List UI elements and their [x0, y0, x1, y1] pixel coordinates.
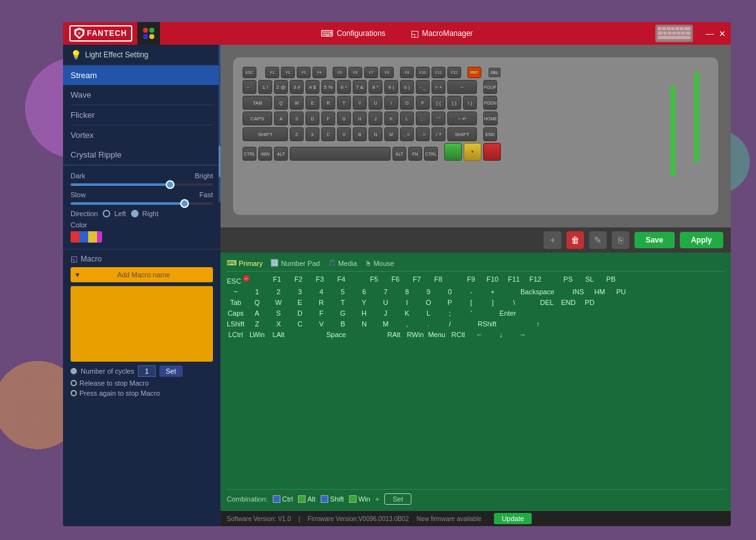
mkey-period[interactable]: . [420, 320, 437, 328]
dir-right-group[interactable]: Right [131, 210, 159, 217]
mkey-w[interactable]: W [270, 299, 287, 306]
key-tilde[interactable]: ~ ` [243, 80, 256, 94]
mkey-tilde[interactable]: ~ [227, 288, 244, 296]
key-n[interactable]: N [369, 127, 382, 141]
key-slash[interactable]: / ? [432, 127, 445, 141]
key-k[interactable]: K [384, 112, 398, 125]
key-semicolon[interactable]: ; : [416, 112, 430, 125]
key-f8[interactable]: F8 [380, 67, 394, 78]
nav-configurations[interactable]: ⌨ Configurations [321, 28, 385, 38]
mkey-q[interactable]: Q [248, 299, 266, 306]
combo-ctrl[interactable]: Ctrl [273, 495, 293, 503]
minimize-btn[interactable]: — [706, 29, 714, 38]
key-1[interactable]: 1 ! [258, 80, 272, 94]
action-delete-btn[interactable]: 🗑 [566, 231, 584, 249]
key-f7[interactable]: F7 [364, 67, 378, 78]
mkey-k[interactable]: K [398, 309, 416, 317]
action-add-btn[interactable]: ＋ [544, 231, 561, 249]
key-w[interactable]: W [290, 96, 304, 110]
mkey-ins[interactable]: INS [570, 288, 587, 296]
key-tab[interactable]: TAB [243, 96, 272, 110]
mkey-j[interactable]: J [377, 309, 394, 317]
mkey-backspace[interactable]: Backspace [520, 288, 554, 296]
mkey-2[interactable]: 2 [270, 288, 287, 296]
mkey-minus[interactable]: - [462, 288, 480, 296]
close-btn[interactable]: ✕ [719, 29, 726, 38]
combo-set-button[interactable]: Set [384, 493, 411, 505]
key-f3[interactable]: F3 [297, 67, 311, 78]
mkey-quote[interactable]: ' [462, 309, 480, 317]
key-pgdn[interactable]: PGDN [483, 96, 497, 110]
mkey-m[interactable]: M [377, 320, 394, 328]
mkey-f10[interactable]: F10 [484, 275, 501, 285]
cycle-input[interactable] [138, 365, 156, 377]
mkey-t[interactable]: T [334, 299, 352, 306]
release-option[interactable]: Release to stop Macro [71, 379, 213, 387]
key-z[interactable]: Z [290, 127, 304, 141]
mkey-hm[interactable]: HM [591, 288, 609, 296]
mkey-f1[interactable]: F1 [268, 275, 286, 285]
save-button[interactable]: Save [634, 232, 675, 248]
key-lalt[interactable]: ALT [274, 147, 288, 161]
key-prtsc[interactable]: PRT [467, 67, 481, 78]
mkey-l[interactable]: L [420, 309, 437, 317]
mkey-lbracket[interactable]: [ [462, 299, 480, 306]
key-minus[interactable]: - _ [416, 80, 430, 94]
key-rbracket[interactable]: ] } [447, 96, 461, 110]
shift-checkbox[interactable] [321, 495, 328, 503]
brightness-slider[interactable] [71, 183, 213, 186]
key-f4[interactable]: F4 [312, 67, 326, 78]
mkey-x[interactable]: X [270, 320, 287, 328]
mkey-down[interactable]: ↓ [492, 331, 510, 338]
key-del-top[interactable]: DEL [488, 67, 501, 78]
mkey-lalt[interactable]: LAlt [270, 331, 287, 338]
mkey-h[interactable]: H [355, 309, 373, 317]
mkey-f3[interactable]: F3 [311, 275, 329, 285]
key-i[interactable]: I [384, 96, 398, 110]
key-6[interactable]: 6 ^ [337, 80, 351, 94]
color-bar[interactable] [71, 231, 102, 243]
mkey-r[interactable]: R [312, 299, 330, 306]
key-f5[interactable]: F5 [333, 67, 346, 78]
mkey-f6[interactable]: F6 [387, 275, 404, 285]
mkey-pb[interactable]: PB [602, 275, 620, 285]
tab-mouse[interactable]: 🖱 Mouse [365, 259, 394, 267]
key-lctrl[interactable]: CTRL [243, 147, 256, 161]
key-backslash[interactable]: \ | [463, 96, 477, 110]
tab-numpad[interactable]: 🔢 Number Pad [270, 259, 320, 267]
key-x[interactable]: X [306, 127, 319, 141]
key-8[interactable]: 8 * [369, 80, 382, 94]
key-enter[interactable]: ←↵ [447, 112, 477, 125]
key-win[interactable]: WIN [258, 147, 272, 161]
set-button[interactable]: Set [159, 365, 183, 377]
mkey-6[interactable]: 6 [355, 288, 373, 296]
mkey-f2[interactable]: F2 [290, 275, 307, 285]
key-r[interactable]: R [321, 96, 335, 110]
mkey-f9[interactable]: F9 [462, 275, 480, 285]
key-lshift[interactable]: SHIFT [243, 127, 288, 141]
key-a[interactable]: A [274, 112, 288, 125]
key-yellow-special[interactable]: ▾ [464, 143, 481, 161]
mkey-lwin[interactable]: LWin [248, 331, 266, 338]
action-edit-btn[interactable]: ✎ [589, 231, 607, 249]
mkey-comma[interactable]: , [398, 320, 416, 328]
mkey-d[interactable]: D [291, 309, 309, 317]
combo-shift[interactable]: Shift [321, 495, 344, 503]
key-u[interactable]: U [369, 96, 382, 110]
key-l[interactable]: L [400, 112, 414, 125]
dir-left-radio[interactable] [103, 210, 110, 217]
key-2[interactable]: 2 @ [274, 80, 288, 94]
press-again-radio[interactable] [71, 390, 77, 396]
mkey-3[interactable]: 3 [291, 288, 309, 296]
mkey-f8[interactable]: F8 [430, 275, 447, 285]
ctrl-checkbox[interactable] [273, 495, 280, 503]
mkey-f12[interactable]: F12 [527, 275, 544, 285]
mkey-rshift[interactable]: RShift [478, 320, 496, 328]
key-s[interactable]: S [290, 112, 304, 125]
combo-alt[interactable]: Alt [298, 495, 316, 503]
key-rshift[interactable]: SHIFT [447, 127, 477, 141]
mkey-f11[interactable]: F11 [505, 275, 523, 285]
press-again-option[interactable]: Press again to stop Macro [71, 389, 213, 397]
mkey-y[interactable]: Y [355, 299, 373, 306]
key-b[interactable]: B [353, 127, 367, 141]
